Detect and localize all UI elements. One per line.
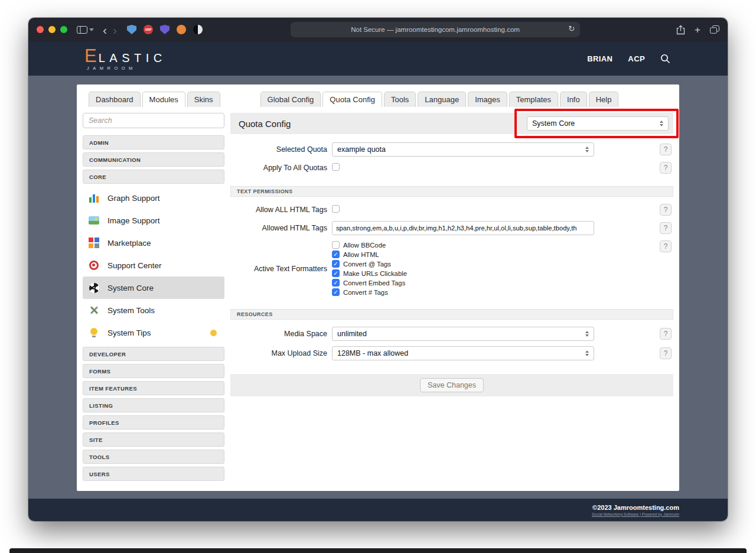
tab-modules[interactable]: Modules bbox=[142, 92, 185, 107]
graph-support-icon bbox=[88, 192, 100, 204]
extension-ghostery-icon[interactable] bbox=[160, 25, 170, 34]
help-button[interactable]: ? bbox=[660, 222, 672, 234]
help-button[interactable]: ? bbox=[660, 144, 672, 155]
header-right: BRIAN ACP bbox=[587, 54, 670, 64]
tab-images[interactable]: Images bbox=[468, 92, 507, 107]
new-tab-button[interactable]: + bbox=[695, 25, 700, 35]
sidebar-item-system-tools[interactable]: System Tools bbox=[83, 299, 224, 321]
allow-all-html-checkbox[interactable] bbox=[332, 205, 340, 213]
tab-dashboard[interactable]: Dashboard bbox=[89, 92, 141, 107]
site-body: Dashboard Modules Skins Global Config Qu… bbox=[28, 76, 728, 499]
text-formatters-label: Active Text Formatters bbox=[230, 265, 332, 273]
sidebar-toggle-button[interactable] bbox=[77, 26, 94, 34]
system-tools-icon bbox=[88, 304, 100, 316]
allow-bbcode-checkbox[interactable] bbox=[332, 241, 340, 249]
sidebar-item-marketplace[interactable]: Marketplace bbox=[83, 232, 224, 254]
extension-blocker-icon[interactable] bbox=[193, 25, 203, 34]
acp-link[interactable]: ACP bbox=[628, 54, 645, 63]
sidebar-item-label: Support Center bbox=[107, 261, 162, 270]
category-site[interactable]: SITE bbox=[83, 432, 224, 447]
category-profiles[interactable]: PROFILES bbox=[83, 415, 224, 430]
allow-all-html-row: Allow ALL HTML Tags ? bbox=[230, 204, 673, 216]
category-listing[interactable]: LISTING bbox=[83, 398, 224, 412]
allowed-html-tags-input[interactable] bbox=[332, 221, 594, 235]
media-space-select[interactable]: unlimited bbox=[332, 327, 594, 341]
elastic-logo[interactable]: E LASTIC JAMROOM bbox=[84, 47, 167, 71]
user-menu-link[interactable]: BRIAN bbox=[587, 54, 612, 63]
sidebar-item-label: Graph Support bbox=[107, 194, 160, 203]
apply-all-quotas-label: Apply To All Quotas bbox=[230, 164, 332, 172]
formatter-label: Convert # Tags bbox=[343, 289, 388, 296]
notification-badge bbox=[210, 330, 217, 336]
sidebar-item-system-tips[interactable]: System Tips bbox=[83, 321, 224, 344]
search-icon[interactable] bbox=[660, 54, 670, 64]
sidebar-icon bbox=[77, 26, 87, 34]
allow-all-html-label: Allow ALL HTML Tags bbox=[230, 206, 332, 214]
help-button[interactable]: ? bbox=[660, 328, 672, 340]
forward-button[interactable]: › bbox=[110, 24, 120, 36]
category-users[interactable]: USERS bbox=[83, 467, 224, 481]
module-tabs: Global Config Quota Config Tools Languag… bbox=[260, 92, 621, 107]
extension-shield-blue-icon[interactable] bbox=[127, 25, 136, 34]
apply-all-quotas-checkbox[interactable] bbox=[332, 163, 340, 171]
convert-hash-tags-checkbox[interactable] bbox=[332, 288, 340, 296]
system-core-icon bbox=[88, 282, 100, 294]
search-input[interactable] bbox=[83, 113, 224, 128]
convert-embed-tags-checkbox[interactable] bbox=[332, 279, 340, 287]
back-button[interactable]: ‹ bbox=[100, 24, 110, 36]
category-core[interactable]: CORE bbox=[83, 170, 224, 184]
category-developer[interactable]: DEVELOPER bbox=[83, 347, 224, 361]
category-communication[interactable]: COMMUNICATION bbox=[83, 152, 224, 167]
sidebar-item-label: System Tools bbox=[107, 306, 155, 315]
formatter-convert-at-tags: Convert @ Tags bbox=[332, 259, 594, 268]
convert-at-tags-checkbox[interactable] bbox=[332, 260, 340, 268]
close-window-button[interactable] bbox=[37, 26, 44, 33]
background-window-edge bbox=[9, 548, 747, 553]
category-forms[interactable]: FORMS bbox=[83, 364, 224, 378]
sidebar-item-support-center[interactable]: Support Center bbox=[83, 254, 224, 276]
footer-subtext[interactable]: Social Networking Software | Powered by … bbox=[592, 512, 679, 516]
tab-help[interactable]: Help bbox=[589, 92, 619, 107]
help-button[interactable]: ? bbox=[660, 347, 672, 359]
help-button[interactable]: ? bbox=[660, 240, 672, 252]
quota-config-panel: Quota Config System Core Selected Quota bbox=[230, 113, 673, 491]
category-admin[interactable]: ADMIN bbox=[83, 135, 224, 149]
copyright-text[interactable]: ©2023 Jamroomtesting.com bbox=[592, 504, 679, 511]
select-arrows-icon bbox=[582, 350, 589, 356]
category-item-features[interactable]: ITEM FEATURES bbox=[83, 381, 224, 395]
support-center-icon bbox=[88, 259, 100, 271]
formatter-allow-html: Allow HTML bbox=[332, 250, 594, 259]
sidebar-item-label: System Tips bbox=[107, 328, 151, 337]
help-button[interactable]: ? bbox=[660, 204, 672, 216]
share-icon[interactable] bbox=[676, 25, 685, 35]
zoom-window-button[interactable] bbox=[60, 26, 67, 33]
extension-icons: ABP bbox=[127, 25, 203, 34]
tab-overview-icon[interactable] bbox=[710, 25, 719, 34]
allow-html-checkbox[interactable] bbox=[332, 251, 340, 258]
formatter-label: Allow HTML bbox=[343, 251, 379, 258]
tab-templates[interactable]: Templates bbox=[509, 92, 558, 107]
save-changes-button[interactable]: Save Changes bbox=[420, 378, 484, 392]
minimize-window-button[interactable] bbox=[48, 26, 56, 33]
extension-orange-icon[interactable] bbox=[177, 25, 186, 34]
sidebar-item-image-support[interactable]: Image Support bbox=[83, 209, 224, 232]
address-bar[interactable]: Not Secure — jamroomtestingcom.jamroomho… bbox=[291, 22, 580, 37]
tab-tools[interactable]: Tools bbox=[384, 92, 416, 107]
text-permissions-section-header: TEXT PERMISSIONS bbox=[230, 186, 673, 197]
sidebar-item-system-core[interactable]: System Core bbox=[83, 276, 224, 299]
category-tools[interactable]: TOOLS bbox=[83, 450, 224, 464]
make-urls-clickable-checkbox[interactable] bbox=[332, 269, 340, 277]
tab-skins[interactable]: Skins bbox=[187, 92, 220, 107]
tab-language[interactable]: Language bbox=[418, 92, 466, 107]
reload-icon[interactable]: ↻ bbox=[568, 24, 575, 33]
extension-abp-icon[interactable]: ABP bbox=[144, 25, 153, 34]
selected-quota-select[interactable]: example quota bbox=[332, 142, 594, 157]
tab-quota-config[interactable]: Quota Config bbox=[322, 92, 382, 107]
max-upload-size-select[interactable]: 128MB - max allowed bbox=[332, 346, 594, 360]
tab-global-config[interactable]: Global Config bbox=[260, 92, 321, 107]
sidebar-item-label: Image Support bbox=[107, 216, 160, 225]
help-button[interactable]: ? bbox=[660, 162, 672, 174]
tab-info[interactable]: Info bbox=[560, 92, 587, 107]
sidebar-item-graph-support[interactable]: Graph Support bbox=[83, 187, 224, 209]
module-select[interactable]: System Core bbox=[527, 116, 669, 131]
